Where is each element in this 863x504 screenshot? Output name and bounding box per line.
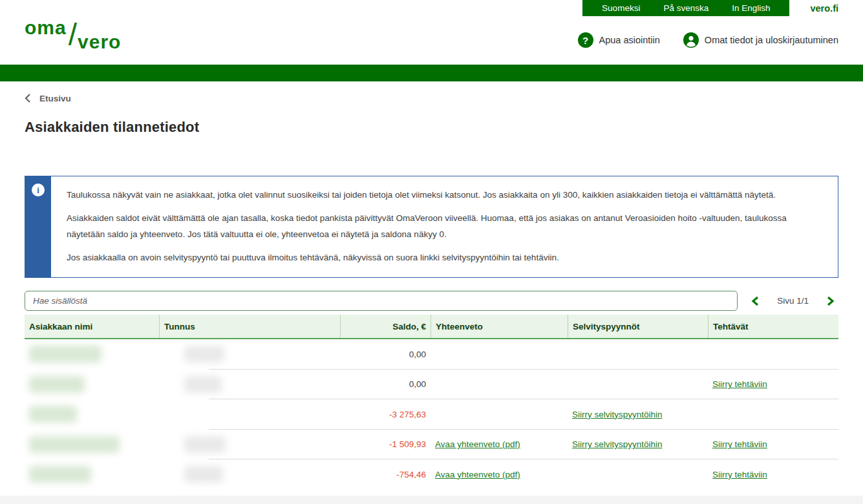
redacted-customer-name: [29, 376, 85, 393]
go-to-tasks-link[interactable]: Siirry tehtäviin: [712, 379, 767, 389]
omavero-logo[interactable]: oma / vero: [25, 18, 121, 52]
column-header-yhteenveto: Yhteenveto: [431, 315, 568, 338]
column-header-selvityspyynnot: Selvityspyynnöt: [568, 315, 708, 338]
table-row: -754,46 Avaa yhteenveto (pdf) Siirry teh…: [25, 459, 838, 490]
go-to-tasks-link[interactable]: Siirry tehtäviin: [712, 470, 767, 479]
main-content: Etusivu Asiakkaiden tilannetiedot i Taul…: [0, 81, 863, 490]
info-paragraph: Taulukossa näkyvät vain ne asiakkaat, jo…: [67, 187, 821, 203]
account-logout-link[interactable]: Omat tiedot ja uloskirjautuminen: [683, 32, 838, 48]
breadcrumb-back-link[interactable]: Etusivu: [25, 93, 838, 103]
page-title: Asiakkaiden tilannetiedot: [25, 119, 838, 136]
logo-slash: /: [69, 19, 77, 50]
search-input[interactable]: [25, 291, 738, 311]
table-row: -1 509,93 Avaa yhteenveto (pdf) Siirry s…: [25, 430, 838, 460]
info-box-accent-strip: i: [25, 176, 51, 277]
table-toolbar: Sivu 1/1: [25, 291, 838, 311]
header-links: ? Apua asiointiin Omat tiedot ja uloskir…: [578, 32, 838, 48]
verofi-link[interactable]: vero.fi: [810, 3, 838, 14]
redacted-customer-id: [184, 346, 224, 362]
omavero-page: oma / vero Suomeksi På svenska In Englis…: [0, 0, 863, 504]
chevron-left-icon: [25, 93, 31, 103]
question-mark-icon: ?: [578, 32, 593, 48]
redacted-customer-id: [184, 376, 222, 393]
saldo-value: -1 509,93: [389, 439, 426, 449]
help-link[interactable]: ? Apua asiointiin: [578, 32, 660, 48]
info-icon: i: [32, 184, 45, 196]
site-header: oma / vero Suomeksi På svenska In Englis…: [0, 0, 863, 65]
language-bar: Suomeksi På svenska In English: [582, 0, 789, 16]
table-row: 0,00 Siirry tehtäviin: [25, 370, 838, 400]
redacted-customer-name: [29, 346, 101, 362]
customers-table: Asiakkaan nimi Tunnus Saldo, € Yhteenvet…: [25, 315, 838, 490]
saldo-value: -754,46: [396, 470, 426, 479]
page-indicator: Sivu 1/1: [777, 296, 809, 306]
chevron-right-icon: [826, 296, 835, 306]
top-right-bar: Suomeksi På svenska In English vero.fi: [582, 0, 838, 16]
info-box: i Taulukossa näkyvät vain ne asiakkaat, …: [25, 176, 838, 278]
redacted-customer-id: [184, 466, 223, 483]
info-box-content: Taulukossa näkyvät vain ne asiakkaat, jo…: [51, 176, 838, 277]
saldo-value: -3 275,63: [389, 410, 426, 419]
logo-text-vero: vero: [78, 32, 121, 52]
info-paragraph: Asiakkaiden saldot eivät välttämättä ole…: [67, 210, 821, 242]
redacted-customer-name: [29, 436, 120, 453]
header-divider-band: [0, 65, 863, 81]
column-header-tehtavat: Tehtävät: [708, 315, 838, 338]
language-link-pa-svenska[interactable]: På svenska: [663, 3, 709, 13]
go-to-clarification-requests-link[interactable]: Siirry selvityspyyntöihin: [572, 439, 663, 449]
open-summary-pdf-link[interactable]: Avaa yhteenveto (pdf): [435, 439, 520, 449]
table-header-row: Asiakkaan nimi Tunnus Saldo, € Yhteenvet…: [25, 315, 838, 339]
previous-page-button[interactable]: [750, 295, 761, 308]
account-link-label: Omat tiedot ja uloskirjautuminen: [705, 35, 838, 45]
column-header-saldo: Saldo, €: [340, 315, 431, 338]
redacted-customer-name: [29, 466, 91, 483]
column-header-asiakkaan-nimi: Asiakkaan nimi: [25, 315, 159, 338]
saldo-value: 0,00: [409, 350, 426, 359]
chevron-left-icon: [751, 296, 760, 306]
go-to-clarification-requests-link[interactable]: Siirry selvityspyyntöihin: [572, 410, 663, 419]
pagination: Sivu 1/1: [750, 295, 838, 308]
language-link-suomeksi[interactable]: Suomeksi: [602, 3, 640, 13]
logo-text-oma: oma: [25, 18, 67, 37]
next-page-button[interactable]: [825, 295, 836, 308]
info-paragraph: Jos asiakkaalla on avoin selvityspyyntö …: [67, 249, 821, 266]
table-row: 0,00: [25, 339, 838, 370]
person-icon: [683, 32, 699, 48]
language-link-in-english[interactable]: In English: [732, 3, 770, 13]
go-to-tasks-link[interactable]: Siirry tehtäviin: [712, 439, 767, 449]
help-link-label: Apua asiointiin: [599, 35, 660, 45]
redacted-customer-id: [184, 436, 226, 453]
redacted-customer-name: [29, 406, 77, 423]
table-row: -3 275,63 Siirry selvityspyyntöihin: [25, 399, 838, 430]
column-header-tunnus: Tunnus: [159, 315, 340, 338]
breadcrumb-label: Etusivu: [39, 94, 71, 103]
saldo-value: 0,00: [409, 379, 426, 389]
open-summary-pdf-link[interactable]: Avaa yhteenveto (pdf): [435, 470, 520, 479]
page-bottom-strip: [0, 496, 863, 504]
